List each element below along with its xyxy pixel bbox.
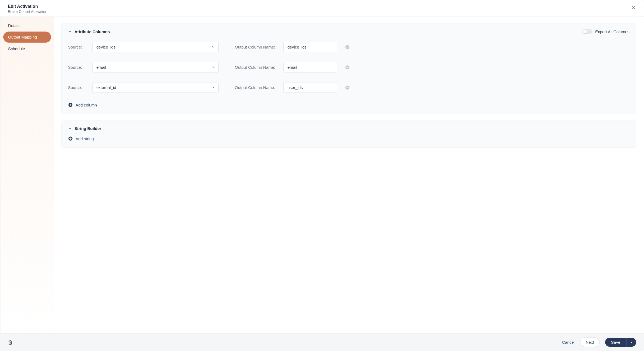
add-string-label: Add string <box>76 136 94 141</box>
remove-row-button[interactable] <box>345 85 350 90</box>
panel-header: Attribute Columns Export All Columns <box>68 29 629 34</box>
plus-circle-icon <box>68 102 73 107</box>
mapping-row: Source: Output Column Name: <box>68 42 629 52</box>
toggle-knob <box>583 30 587 33</box>
source-label: Source: <box>68 85 92 90</box>
collapse-button[interactable] <box>68 30 72 33</box>
delete-button[interactable] <box>8 340 13 345</box>
chevron-down-icon <box>68 127 72 130</box>
save-dropdown-button[interactable] <box>626 338 636 347</box>
plus-circle-icon <box>68 136 73 141</box>
remove-row-button[interactable] <box>345 65 350 70</box>
output-column-input[interactable] <box>283 82 337 93</box>
close-button[interactable] <box>630 4 637 11</box>
minus-circle-icon <box>345 65 350 70</box>
source-label: Source: <box>68 65 92 70</box>
panel-title: Attribute Columns <box>74 29 110 34</box>
export-all-toggle[interactable] <box>582 29 592 34</box>
minus-circle-icon <box>345 85 350 90</box>
svg-rect-3 <box>346 47 348 47</box>
sidebar-item-label: Schedule <box>8 46 25 51</box>
panel-title-wrap: Attribute Columns <box>68 29 110 34</box>
remove-row-button[interactable] <box>345 45 350 50</box>
source-select-wrap <box>92 82 219 93</box>
svg-rect-5 <box>346 67 348 68</box>
panel-header: String Builder <box>68 126 629 131</box>
save-button[interactable]: Save <box>605 338 626 347</box>
export-all-wrap: Export All Columns <box>582 29 629 34</box>
output-label: Output Column Name: <box>235 45 283 49</box>
add-string-button[interactable]: Add string <box>68 136 629 141</box>
chevron-down-icon <box>68 30 72 33</box>
sidebar-item-schedule[interactable]: Schedule <box>3 43 51 54</box>
close-icon <box>631 5 636 10</box>
sidebar-item-label: Output Mapping <box>8 35 37 39</box>
source-label: Source: <box>68 45 92 49</box>
footer-actions: Cancel Next Save <box>562 338 636 347</box>
collapse-button[interactable] <box>68 127 72 130</box>
sidebar-item-details[interactable]: Details <box>3 20 51 31</box>
source-select[interactable] <box>92 42 219 52</box>
trash-icon <box>8 340 13 345</box>
header-titles: Edit Activation Braze Cohort Activation <box>8 4 47 14</box>
sidebar-item-label: Details <box>8 23 21 28</box>
minus-circle-icon <box>345 45 350 50</box>
modal-body: Details Output Mapping Schedule Attribut… <box>0 16 644 333</box>
svg-rect-13 <box>69 138 72 139</box>
modal-footer: Cancel Next Save <box>0 333 644 351</box>
modal-subtitle: Braze Cohort Activation <box>8 9 47 14</box>
edit-activation-modal: Edit Activation Braze Cohort Activation … <box>0 0 644 351</box>
mapping-row: Source: Output Column Name: <box>68 62 629 73</box>
string-builder-panel: String Builder Add string <box>61 121 636 148</box>
panel-title-wrap: String Builder <box>68 126 101 131</box>
mapping-row: Source: Output Column Name: <box>68 82 629 93</box>
sidebar: Details Output Mapping Schedule <box>0 17 54 333</box>
chevron-down-icon <box>630 341 633 344</box>
modal-title: Edit Activation <box>8 4 47 9</box>
svg-rect-7 <box>346 87 348 88</box>
source-select-wrap <box>92 42 219 52</box>
add-column-button[interactable]: Add column <box>68 102 629 107</box>
panel-title: String Builder <box>74 126 101 131</box>
modal-header: Edit Activation Braze Cohort Activation <box>0 0 644 16</box>
source-select[interactable] <box>92 82 219 93</box>
add-column-label: Add column <box>76 103 97 107</box>
sidebar-item-output-mapping[interactable]: Output Mapping <box>3 32 51 43</box>
main-content: Attribute Columns Export All Columns Sou… <box>54 17 644 333</box>
source-select[interactable] <box>92 62 219 73</box>
save-button-group: Save <box>605 338 636 347</box>
cancel-button[interactable]: Cancel <box>562 340 575 345</box>
output-column-input[interactable] <box>283 62 337 73</box>
svg-rect-10 <box>69 105 72 105</box>
output-label: Output Column Name: <box>235 65 283 70</box>
output-label: Output Column Name: <box>235 85 283 90</box>
output-column-input[interactable] <box>283 42 337 52</box>
source-select-wrap <box>92 62 219 73</box>
next-button[interactable]: Next <box>580 338 600 347</box>
export-all-label: Export All Columns <box>595 29 629 34</box>
attribute-columns-panel: Attribute Columns Export All Columns Sou… <box>61 23 636 114</box>
